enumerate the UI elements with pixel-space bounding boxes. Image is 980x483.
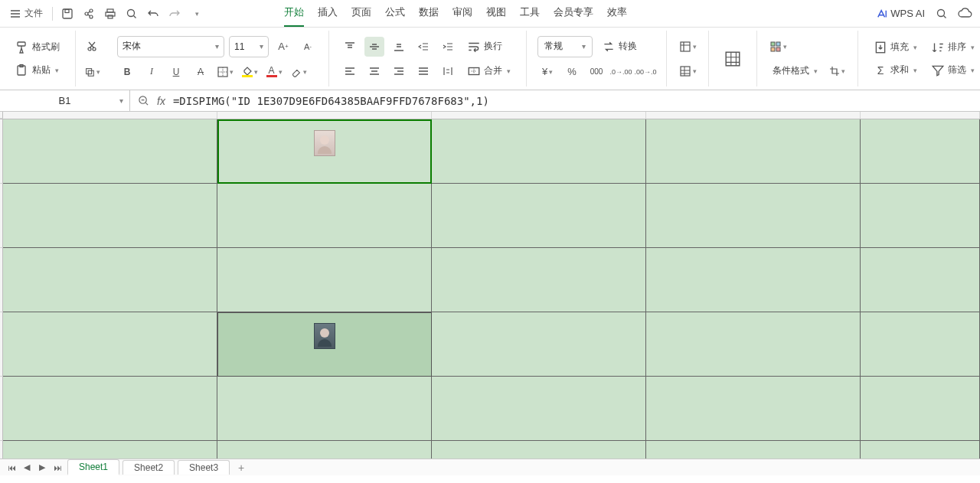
col-header-d[interactable] (646, 112, 861, 119)
share-button[interactable] (79, 4, 99, 24)
align-bottom-button[interactable] (389, 37, 409, 57)
cell-b4[interactable] (217, 312, 432, 377)
cell[interactable] (646, 312, 861, 377)
align-justify-button[interactable] (413, 61, 433, 81)
cell[interactable] (646, 441, 861, 459)
sheet-nav-last[interactable]: ⏭ (51, 461, 64, 475)
cloud-sync-button[interactable] (954, 3, 975, 24)
cond-format-button[interactable]: 条件格式 (768, 62, 822, 80)
align-right-button[interactable] (389, 61, 409, 81)
cell[interactable] (861, 312, 980, 377)
align-center-button[interactable] (364, 61, 384, 81)
fill-button[interactable]: 填充 (869, 38, 922, 57)
cell[interactable] (432, 119, 646, 184)
cell[interactable] (217, 441, 432, 459)
print-button[interactable] (100, 4, 120, 24)
cell[interactable] (646, 184, 861, 248)
fx-icon[interactable]: fx (157, 95, 165, 107)
strikethrough-button[interactable]: A (191, 62, 211, 82)
align-middle-button[interactable] (364, 37, 384, 57)
sheet-nav-prev[interactable]: ◀ (20, 461, 34, 475)
cell[interactable] (3, 184, 217, 248)
spreadsheet-grid[interactable] (0, 112, 980, 459)
tab-start[interactable]: 开始 (284, 1, 304, 27)
col-header-a[interactable] (3, 112, 217, 119)
paste-button[interactable]: 粘贴 (11, 61, 64, 80)
cell[interactable] (646, 119, 861, 184)
table-style-button[interactable] (720, 46, 746, 72)
cell[interactable] (861, 441, 980, 459)
cell[interactable] (646, 377, 861, 441)
bold-button[interactable]: B (117, 62, 137, 82)
cell[interactable] (861, 377, 980, 441)
font-name-select[interactable]: 宋体 ▾ (117, 36, 224, 57)
sheet-nav-next[interactable]: ▶ (35, 461, 49, 475)
search-button[interactable] (931, 3, 952, 24)
cell[interactable] (432, 312, 646, 377)
cell[interactable] (217, 248, 432, 312)
sheet-tab-3[interactable]: Sheet3 (178, 460, 230, 475)
tab-tools[interactable]: 工具 (520, 1, 540, 27)
cell[interactable] (861, 184, 980, 248)
cell[interactable] (3, 377, 217, 441)
cell[interactable] (432, 441, 646, 459)
quick-access-more[interactable] (186, 4, 206, 24)
underline-button[interactable]: U (166, 62, 186, 82)
cell[interactable] (646, 248, 861, 312)
embedded-image[interactable] (314, 323, 335, 349)
redo-button[interactable] (165, 4, 185, 24)
increase-indent-button[interactable] (438, 37, 458, 57)
currency-button[interactable]: ¥ (537, 62, 557, 82)
italic-button[interactable]: I (142, 62, 162, 82)
wrap-text-button[interactable]: 换行 (462, 38, 507, 56)
cell[interactable] (3, 441, 217, 459)
align-top-button[interactable] (340, 37, 360, 57)
tab-formula[interactable]: 公式 (385, 1, 405, 27)
increase-decimal-button[interactable]: .0→.00 (611, 62, 631, 82)
cell[interactable] (3, 312, 217, 377)
file-menu[interactable]: 文件 (5, 5, 47, 21)
sort-button[interactable]: 排序 (926, 38, 979, 57)
col-header-e[interactable] (861, 112, 980, 119)
tab-insert[interactable]: 插入 (318, 1, 338, 27)
font-color-button[interactable]: A (264, 62, 284, 82)
distribute-button[interactable] (438, 61, 458, 81)
zoom-out-icon[interactable] (138, 95, 149, 106)
tab-efficiency[interactable]: 效率 (607, 1, 627, 27)
clear-format-button[interactable] (289, 62, 309, 82)
decrease-decimal-button[interactable]: .00→.0 (635, 62, 655, 82)
tab-member[interactable]: 会员专享 (554, 1, 593, 27)
col-header-c[interactable] (432, 112, 646, 119)
cell[interactable] (432, 184, 646, 248)
font-size-select[interactable]: 11 ▾ (229, 36, 269, 57)
sum-button[interactable]: Σ求和 (869, 61, 922, 80)
worksheet-button[interactable] (678, 61, 697, 81)
percent-button[interactable]: % (562, 62, 582, 82)
number-format-select[interactable]: 常规 ▾ (537, 36, 593, 57)
tab-page[interactable]: 页面 (351, 1, 371, 27)
formula-input[interactable] (173, 95, 972, 107)
cell[interactable] (217, 184, 432, 248)
sheet-tab-2[interactable]: Sheet2 (122, 460, 175, 475)
align-left-button[interactable] (340, 61, 360, 81)
cut-button[interactable] (82, 36, 102, 56)
cell[interactable] (432, 377, 646, 441)
save-button[interactable] (57, 4, 77, 24)
border-button[interactable] (215, 62, 235, 82)
decrease-indent-button[interactable] (413, 37, 433, 57)
sheet-tab-1[interactable]: Sheet1 (67, 459, 119, 475)
print-preview-button[interactable] (122, 4, 142, 24)
tab-data[interactable]: 数据 (419, 1, 439, 27)
convert-button[interactable]: 转换 (597, 38, 642, 56)
sheet-nav-first[interactable]: ⏮ (5, 461, 18, 475)
merge-button[interactable]: 合并 (462, 62, 515, 80)
decrease-font-button[interactable]: A- (298, 37, 318, 57)
cell[interactable] (3, 248, 217, 312)
format-button[interactable] (827, 61, 847, 81)
format-painter-button[interactable]: 格式刷 (11, 38, 64, 57)
cell-b1[interactable] (217, 119, 432, 184)
col-header-b[interactable] (217, 112, 432, 119)
copy-button[interactable] (82, 62, 102, 82)
undo-button[interactable] (143, 4, 163, 24)
cell[interactable] (861, 248, 980, 312)
